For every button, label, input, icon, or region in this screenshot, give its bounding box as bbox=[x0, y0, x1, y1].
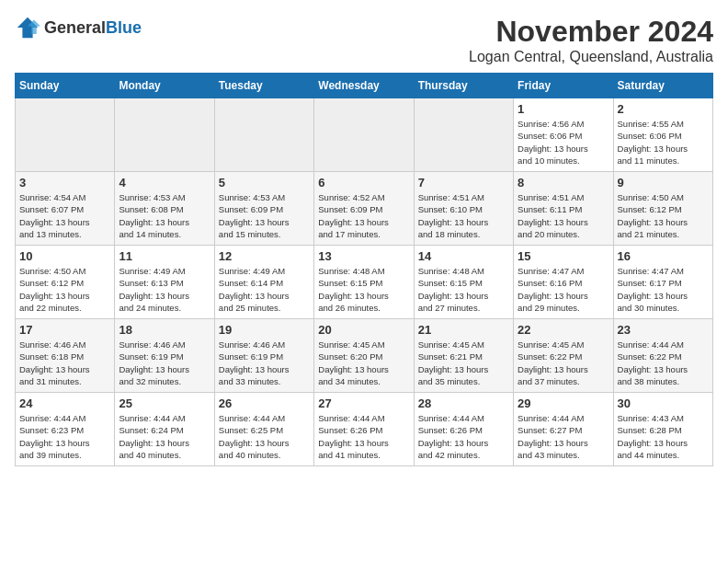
calendar-day-cell bbox=[414, 98, 513, 172]
calendar-week-row: 1Sunrise: 4:56 AM Sunset: 6:06 PM Daylig… bbox=[16, 98, 713, 172]
day-info: Sunrise: 4:52 AM Sunset: 6:09 PM Dayligh… bbox=[318, 191, 409, 240]
calendar-day-cell: 12Sunrise: 4:49 AM Sunset: 6:14 PM Dayli… bbox=[214, 246, 313, 319]
day-info: Sunrise: 4:45 AM Sunset: 6:22 PM Dayligh… bbox=[518, 339, 609, 387]
day-info: Sunrise: 4:48 AM Sunset: 6:15 PM Dayligh… bbox=[418, 265, 509, 314]
day-info: Sunrise: 4:46 AM Sunset: 6:19 PM Dayligh… bbox=[119, 339, 210, 387]
day-number: 6 bbox=[318, 176, 409, 190]
day-info: Sunrise: 4:45 AM Sunset: 6:20 PM Dayligh… bbox=[318, 339, 409, 387]
day-info: Sunrise: 4:56 AM Sunset: 6:06 PM Dayligh… bbox=[518, 118, 609, 167]
logo-text: GeneralBlue bbox=[44, 18, 142, 38]
weekday-header-thursday: Thursday bbox=[414, 74, 513, 98]
month-title: November 2024 bbox=[469, 15, 713, 49]
calendar-day-cell: 23Sunrise: 4:44 AM Sunset: 6:22 PM Dayli… bbox=[613, 319, 712, 393]
calendar-week-row: 10Sunrise: 4:50 AM Sunset: 6:12 PM Dayli… bbox=[16, 246, 713, 319]
calendar-day-cell: 24Sunrise: 4:44 AM Sunset: 6:23 PM Dayli… bbox=[16, 393, 115, 466]
day-info: Sunrise: 4:51 AM Sunset: 6:11 PM Dayligh… bbox=[518, 191, 609, 240]
calendar-week-row: 3Sunrise: 4:54 AM Sunset: 6:07 PM Daylig… bbox=[16, 172, 713, 246]
calendar-day-cell: 16Sunrise: 4:47 AM Sunset: 6:17 PM Dayli… bbox=[613, 246, 712, 319]
location-subtitle: Logan Central, Queensland, Australia bbox=[469, 49, 713, 65]
day-info: Sunrise: 4:49 AM Sunset: 6:13 PM Dayligh… bbox=[119, 265, 210, 314]
day-number: 7 bbox=[418, 176, 509, 190]
weekday-header-tuesday: Tuesday bbox=[214, 74, 313, 98]
calendar-day-cell: 26Sunrise: 4:44 AM Sunset: 6:25 PM Dayli… bbox=[214, 393, 313, 466]
day-number: 23 bbox=[618, 323, 709, 337]
day-info: Sunrise: 4:44 AM Sunset: 6:23 PM Dayligh… bbox=[19, 412, 110, 461]
day-number: 20 bbox=[318, 323, 409, 337]
day-info: Sunrise: 4:50 AM Sunset: 6:12 PM Dayligh… bbox=[618, 191, 709, 240]
calendar-day-cell: 8Sunrise: 4:51 AM Sunset: 6:11 PM Daylig… bbox=[514, 172, 613, 246]
calendar-title-area: November 2024 Logan Central, Queensland,… bbox=[469, 15, 713, 65]
day-number: 17 bbox=[19, 323, 110, 337]
calendar-day-cell: 19Sunrise: 4:46 AM Sunset: 6:19 PM Dayli… bbox=[214, 319, 313, 393]
weekday-header-sunday: Sunday bbox=[16, 74, 115, 98]
calendar-table: SundayMondayTuesdayWednesdayThursdayFrid… bbox=[15, 73, 713, 466]
day-number: 15 bbox=[518, 249, 609, 263]
weekday-header-wednesday: Wednesday bbox=[314, 74, 414, 98]
calendar-day-cell: 2Sunrise: 4:55 AM Sunset: 6:06 PM Daylig… bbox=[613, 98, 712, 172]
logo: GeneralBlue bbox=[15, 15, 142, 40]
day-number: 14 bbox=[418, 249, 509, 263]
day-info: Sunrise: 4:53 AM Sunset: 6:09 PM Dayligh… bbox=[219, 191, 310, 240]
calendar-day-cell: 27Sunrise: 4:44 AM Sunset: 6:26 PM Dayli… bbox=[314, 393, 414, 466]
day-info: Sunrise: 4:55 AM Sunset: 6:06 PM Dayligh… bbox=[618, 118, 709, 167]
calendar-day-cell: 30Sunrise: 4:43 AM Sunset: 6:28 PM Dayli… bbox=[613, 393, 712, 466]
day-number: 25 bbox=[119, 396, 210, 410]
day-info: Sunrise: 4:44 AM Sunset: 6:26 PM Dayligh… bbox=[418, 412, 509, 461]
calendar-day-cell bbox=[314, 98, 414, 172]
calendar-day-cell bbox=[214, 98, 313, 172]
calendar-week-row: 24Sunrise: 4:44 AM Sunset: 6:23 PM Dayli… bbox=[16, 393, 713, 466]
calendar-week-row: 17Sunrise: 4:46 AM Sunset: 6:18 PM Dayli… bbox=[16, 319, 713, 393]
day-info: Sunrise: 4:46 AM Sunset: 6:18 PM Dayligh… bbox=[19, 339, 110, 387]
day-info: Sunrise: 4:48 AM Sunset: 6:15 PM Dayligh… bbox=[318, 265, 409, 314]
day-number: 28 bbox=[418, 396, 509, 410]
day-info: Sunrise: 4:50 AM Sunset: 6:12 PM Dayligh… bbox=[19, 265, 110, 314]
weekday-header-friday: Friday bbox=[514, 74, 613, 98]
day-info: Sunrise: 4:54 AM Sunset: 6:07 PM Dayligh… bbox=[19, 191, 110, 240]
day-info: Sunrise: 4:47 AM Sunset: 6:17 PM Dayligh… bbox=[618, 265, 709, 314]
calendar-day-cell: 1Sunrise: 4:56 AM Sunset: 6:06 PM Daylig… bbox=[514, 98, 613, 172]
calendar-day-cell: 3Sunrise: 4:54 AM Sunset: 6:07 PM Daylig… bbox=[16, 172, 115, 246]
day-number: 8 bbox=[518, 176, 609, 190]
day-info: Sunrise: 4:46 AM Sunset: 6:19 PM Dayligh… bbox=[219, 339, 310, 387]
weekday-header-monday: Monday bbox=[115, 74, 214, 98]
calendar-day-cell: 14Sunrise: 4:48 AM Sunset: 6:15 PM Dayli… bbox=[414, 246, 513, 319]
day-number: 19 bbox=[219, 323, 310, 337]
day-number: 30 bbox=[618, 396, 709, 410]
day-number: 22 bbox=[518, 323, 609, 337]
calendar-day-cell: 10Sunrise: 4:50 AM Sunset: 6:12 PM Dayli… bbox=[16, 246, 115, 319]
day-number: 27 bbox=[318, 396, 409, 410]
day-number: 4 bbox=[119, 176, 210, 190]
calendar-day-cell: 15Sunrise: 4:47 AM Sunset: 6:16 PM Dayli… bbox=[514, 246, 613, 319]
day-info: Sunrise: 4:51 AM Sunset: 6:10 PM Dayligh… bbox=[418, 191, 509, 240]
calendar-day-cell: 6Sunrise: 4:52 AM Sunset: 6:09 PM Daylig… bbox=[314, 172, 414, 246]
calendar-day-cell: 29Sunrise: 4:44 AM Sunset: 6:27 PM Dayli… bbox=[514, 393, 613, 466]
calendar-day-cell: 7Sunrise: 4:51 AM Sunset: 6:10 PM Daylig… bbox=[414, 172, 513, 246]
day-number: 29 bbox=[518, 396, 609, 410]
page-header: GeneralBlue November 2024 Logan Central,… bbox=[15, 15, 713, 65]
day-number: 2 bbox=[618, 102, 709, 116]
calendar-day-cell: 22Sunrise: 4:45 AM Sunset: 6:22 PM Dayli… bbox=[514, 319, 613, 393]
calendar-day-cell: 4Sunrise: 4:53 AM Sunset: 6:08 PM Daylig… bbox=[115, 172, 214, 246]
day-number: 5 bbox=[219, 176, 310, 190]
day-number: 26 bbox=[219, 396, 310, 410]
day-info: Sunrise: 4:53 AM Sunset: 6:08 PM Dayligh… bbox=[119, 191, 210, 240]
day-number: 18 bbox=[119, 323, 210, 337]
day-number: 24 bbox=[19, 396, 110, 410]
day-number: 1 bbox=[518, 102, 609, 116]
day-number: 10 bbox=[19, 249, 110, 263]
logo-icon bbox=[15, 15, 40, 40]
day-number: 12 bbox=[219, 249, 310, 263]
day-number: 3 bbox=[19, 176, 110, 190]
day-info: Sunrise: 4:47 AM Sunset: 6:16 PM Dayligh… bbox=[518, 265, 609, 314]
weekday-header-saturday: Saturday bbox=[613, 74, 712, 98]
calendar-day-cell: 25Sunrise: 4:44 AM Sunset: 6:24 PM Dayli… bbox=[115, 393, 214, 466]
calendar-day-cell: 5Sunrise: 4:53 AM Sunset: 6:09 PM Daylig… bbox=[214, 172, 313, 246]
day-info: Sunrise: 4:44 AM Sunset: 6:27 PM Dayligh… bbox=[518, 412, 609, 461]
weekday-header-row: SundayMondayTuesdayWednesdayThursdayFrid… bbox=[16, 74, 713, 98]
calendar-day-cell: 13Sunrise: 4:48 AM Sunset: 6:15 PM Dayli… bbox=[314, 246, 414, 319]
day-info: Sunrise: 4:44 AM Sunset: 6:24 PM Dayligh… bbox=[119, 412, 210, 461]
day-number: 11 bbox=[119, 249, 210, 263]
calendar-day-cell: 17Sunrise: 4:46 AM Sunset: 6:18 PM Dayli… bbox=[16, 319, 115, 393]
day-number: 21 bbox=[418, 323, 509, 337]
calendar-day-cell: 18Sunrise: 4:46 AM Sunset: 6:19 PM Dayli… bbox=[115, 319, 214, 393]
